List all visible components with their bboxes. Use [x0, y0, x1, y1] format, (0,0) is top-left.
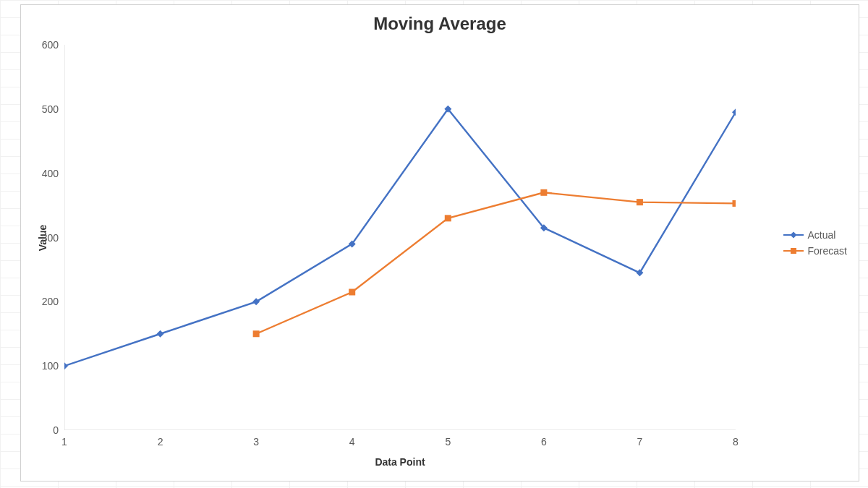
x-tick-label: 6: [541, 436, 547, 448]
x-tick-label: 2: [158, 436, 163, 448]
marker-forecast: [733, 200, 736, 207]
x-tick-label: 4: [349, 436, 355, 448]
y-tick-label: 400: [42, 168, 59, 179]
y-tick-label: 500: [42, 103, 59, 115]
y-tick-label: 600: [42, 39, 59, 51]
marker-forecast: [349, 289, 355, 296]
marker-forecast: [540, 189, 547, 196]
plot-area: 010020030040050060012345678: [64, 45, 736, 430]
x-tick-label: 5: [445, 436, 451, 448]
chart-title: Moving Average: [21, 14, 859, 34]
marker-forecast: [253, 330, 260, 337]
legend-swatch: [783, 230, 804, 240]
x-axis-title: Data Point: [64, 456, 736, 468]
svg-marker-17: [790, 232, 796, 239]
chart-frame[interactable]: Moving Average Value Data Point 01002003…: [20, 4, 859, 481]
y-tick-label: 0: [53, 424, 59, 436]
legend-item-actual[interactable]: Actual: [783, 229, 847, 241]
y-tick-label: 300: [42, 232, 59, 244]
legend-label: Forecast: [808, 245, 847, 257]
y-tick-label: 100: [42, 360, 59, 372]
legend-label: Actual: [808, 229, 836, 241]
svg-rect-18: [791, 248, 796, 254]
x-tick-label: 1: [61, 436, 67, 448]
x-tick-label: 8: [733, 436, 739, 448]
x-tick-label: 3: [253, 436, 259, 448]
marker-actual: [157, 330, 164, 338]
marker-actual: [64, 362, 68, 369]
marker-actual: [636, 269, 643, 276]
legend-swatch: [783, 246, 804, 256]
legend: ActualForecast: [783, 225, 847, 261]
marker-forecast: [637, 199, 643, 205]
y-tick-label: 200: [42, 296, 59, 307]
series-line-forecast: [256, 192, 736, 333]
marker-forecast: [445, 215, 451, 221]
series-line-actual: [64, 109, 736, 366]
plot-wrap: Value Data Point 01002003004005006001234…: [64, 45, 736, 430]
sheet-background: Moving Average Value Data Point 01002003…: [0, 0, 868, 488]
x-tick-label: 7: [637, 436, 643, 448]
legend-item-forecast[interactable]: Forecast: [783, 245, 847, 257]
plot-svg: [64, 45, 736, 430]
